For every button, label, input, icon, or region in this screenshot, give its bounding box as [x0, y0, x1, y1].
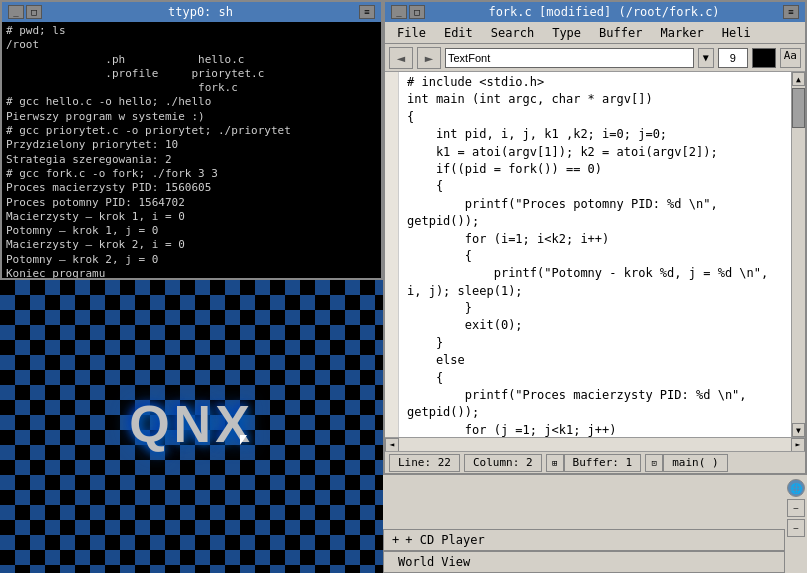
- editor-title: fork.c [modified] (/root/fork.c): [425, 5, 783, 19]
- code-line: int pid, i, j, k1 ,k2; i=0; j=0;: [407, 126, 783, 143]
- code-line: {: [407, 370, 783, 387]
- terminal-line: Pierwszy program w systemie :): [6, 110, 377, 124]
- code-line: for (j =1; j<k1; j++): [407, 422, 783, 437]
- scroll-up-btn[interactable]: ▲: [792, 72, 805, 86]
- editor-menubar: File Edit Search Type Buffer Marker Heli: [385, 22, 805, 44]
- editor-menu-btn[interactable]: ≡: [783, 5, 799, 19]
- code-line: for (i=1; i<k2; i++): [407, 231, 783, 248]
- font-dropdown-arrow[interactable]: ▼: [698, 48, 714, 68]
- terminal-line: Strategia szeregowania: 2: [6, 153, 377, 167]
- terminal-window: _ □ ttyp0: sh ≡ # pwd; ls /root .ph hell…: [0, 0, 383, 280]
- code-line: {: [407, 178, 783, 195]
- hscroll-track[interactable]: [399, 438, 791, 451]
- editor-toolbar: ◄ ► ▼ Aa: [385, 44, 805, 72]
- editor-window-controls[interactable]: _ □: [391, 5, 425, 19]
- menu-help[interactable]: Heli: [714, 24, 759, 42]
- editor-minimize-btn[interactable]: _: [391, 5, 407, 19]
- terminal-content: # pwd; ls /root .ph hello.c .profile pri…: [2, 22, 381, 278]
- buffer-label: Buffer: 1: [573, 456, 633, 469]
- terminal-maximize-btn[interactable]: □: [26, 5, 42, 19]
- font-select[interactable]: [445, 48, 694, 68]
- editor-maximize-btn[interactable]: □: [409, 5, 425, 19]
- font-size-input[interactable]: [718, 48, 748, 68]
- line-value: 22: [438, 456, 451, 469]
- panel-globe-icon[interactable]: 🌐: [787, 479, 805, 497]
- menu-file[interactable]: File: [389, 24, 434, 42]
- terminal-line: Przydzielony priorytet: 10: [6, 138, 377, 152]
- line-status: Line: 22: [389, 454, 460, 472]
- code-line: printf("Potomny - krok %d, j = %d \n", i…: [407, 265, 783, 300]
- scroll-thumb[interactable]: [792, 88, 805, 128]
- forward-button[interactable]: ►: [417, 47, 441, 69]
- menu-search[interactable]: Search: [483, 24, 542, 42]
- terminal-menu-btn[interactable]: ≡: [359, 5, 375, 19]
- back-button[interactable]: ◄: [389, 47, 413, 69]
- terminal-line: # pwd; ls: [6, 24, 377, 38]
- menu-type[interactable]: Type: [544, 24, 589, 42]
- editor-content-area[interactable]: # include <stdio.h> int main (int argc, …: [385, 72, 805, 437]
- terminal-line: Proces macierzysty PID: 1560605: [6, 181, 377, 195]
- terminal-line: Potomny – krok 2, j = 0: [6, 253, 377, 267]
- menu-edit[interactable]: Edit: [436, 24, 481, 42]
- code-editor[interactable]: # include <stdio.h> int main (int argc, …: [399, 72, 791, 437]
- horizontal-scrollbar[interactable]: ◄ ►: [385, 437, 805, 451]
- mouse-cursor: [240, 435, 250, 445]
- world-view-item[interactable]: World View: [383, 551, 785, 573]
- buffer-status: Buffer: 1: [564, 454, 642, 472]
- code-line: k1 = atoi(argv[1]); k2 = atoi(argv[2]);: [407, 144, 783, 161]
- code-line: }: [407, 335, 783, 352]
- scroll-down-btn[interactable]: ▼: [792, 423, 805, 437]
- code-line: printf("Proces potomny PID: %d \n", getp…: [407, 196, 783, 231]
- column-status: Column: 2: [464, 454, 542, 472]
- function-status: main( ): [663, 454, 727, 472]
- terminal-line: .ph hello.c: [6, 53, 377, 67]
- color-selector[interactable]: [752, 48, 776, 68]
- terminal-minimize-btn[interactable]: _: [8, 5, 24, 19]
- code-line: printf("Proces macierzysty PID: %d \n", …: [407, 387, 783, 422]
- buffer-icon: ⊞: [546, 454, 564, 472]
- line-label: Line:: [398, 456, 438, 469]
- editor-statusbar: Line: 22 Column: 2 ⊞ Buffer: 1 ⊡ main( ): [385, 451, 805, 473]
- code-line: # include <stdio.h>: [407, 74, 783, 91]
- menu-buffer[interactable]: Buffer: [591, 24, 650, 42]
- panel-icon-group: 🌐 — —: [785, 475, 807, 573]
- editor-titlebar: _ □ fork.c [modified] (/root/fork.c) ≡: [385, 2, 805, 22]
- terminal-line: Macierzysty – krok 1, i = 0: [6, 210, 377, 224]
- panel-icon-2[interactable]: —: [787, 519, 805, 537]
- function-label: main( ): [672, 456, 718, 469]
- terminal-close-controls[interactable]: ≡: [359, 5, 375, 19]
- terminal-line: # gcc hello.c -o hello; ./hello: [6, 95, 377, 109]
- terminal-line: Macierzysty – krok 2, i = 0: [6, 238, 377, 252]
- cd-player-item[interactable]: + + CD Player: [383, 529, 785, 551]
- cd-icon: +: [392, 533, 399, 547]
- editor-close-controls[interactable]: ≡: [783, 5, 799, 19]
- cd-player-label: + CD Player: [405, 533, 484, 547]
- editor-window: _ □ fork.c [modified] (/root/fork.c) ≡ F…: [383, 0, 807, 475]
- hscroll-right-btn[interactable]: ►: [791, 438, 805, 452]
- menu-marker[interactable]: Marker: [652, 24, 711, 42]
- terminal-titlebar: _ □ ttyp0: sh ≡: [2, 2, 381, 22]
- world-view-label: World View: [398, 555, 470, 569]
- qnx-logo: QNX: [129, 394, 254, 454]
- line-gutter: [385, 72, 399, 437]
- code-line: int main (int argc, char * argv[]): [407, 91, 783, 108]
- panel-icon-1[interactable]: —: [787, 499, 805, 517]
- terminal-line: # gcc fork.c -o fork; ./fork 3 3: [6, 167, 377, 181]
- qnx-background: QNX: [0, 280, 383, 573]
- aa-button[interactable]: Aa: [780, 48, 801, 68]
- terminal-window-controls[interactable]: _ □: [8, 5, 42, 19]
- terminal-line: fork.c: [6, 81, 377, 95]
- code-line: {: [407, 248, 783, 265]
- column-value: 2: [526, 456, 533, 469]
- terminal-line: Potomny – krok 1, j = 0: [6, 224, 377, 238]
- hscroll-left-btn[interactable]: ◄: [385, 438, 399, 452]
- code-line: exit(0);: [407, 317, 783, 334]
- terminal-line: .profile priorytet.c: [6, 67, 377, 81]
- terminal-line: Koniec programu: [6, 267, 377, 278]
- code-line: else: [407, 352, 783, 369]
- vertical-scrollbar[interactable]: ▲ ▼: [791, 72, 805, 437]
- column-label: Column:: [473, 456, 526, 469]
- terminal-title: ttyp0: sh: [42, 5, 359, 19]
- code-line: if((pid = fork()) == 0): [407, 161, 783, 178]
- right-bottom-panel: 🌐 — — + + CD Player World View: [383, 475, 807, 573]
